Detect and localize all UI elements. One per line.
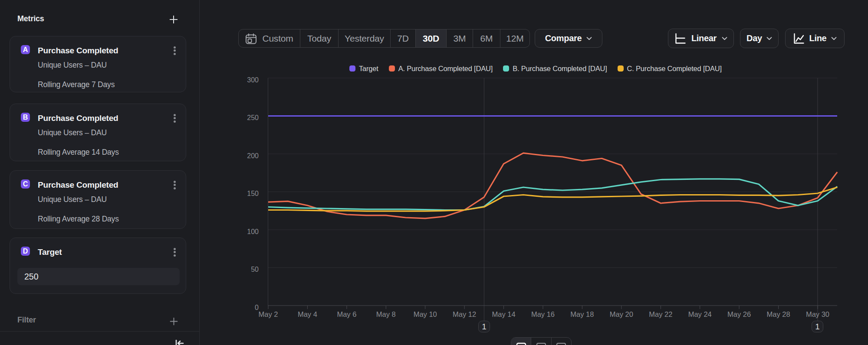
svg-text:250: 250 xyxy=(247,114,259,121)
svg-text:May 30: May 30 xyxy=(806,310,829,318)
svg-text:50: 50 xyxy=(251,266,259,273)
svg-text:May 26: May 26 xyxy=(727,310,751,318)
svg-text:May 28: May 28 xyxy=(767,310,790,318)
svg-text:May 14: May 14 xyxy=(492,310,516,318)
svg-text:May 12: May 12 xyxy=(453,310,476,318)
svg-text:300: 300 xyxy=(247,76,259,84)
svg-text:May 10: May 10 xyxy=(414,310,437,318)
svg-text:May 24: May 24 xyxy=(688,310,712,318)
svg-text:May 18: May 18 xyxy=(570,310,594,318)
svg-text:May 16: May 16 xyxy=(531,310,555,318)
svg-text:May 2: May 2 xyxy=(259,310,278,318)
svg-text:May 20: May 20 xyxy=(610,310,633,318)
svg-text:May 6: May 6 xyxy=(337,310,356,318)
svg-text:May 8: May 8 xyxy=(376,310,396,318)
svg-text:May 22: May 22 xyxy=(649,310,672,318)
svg-text:150: 150 xyxy=(247,190,259,197)
svg-text:100: 100 xyxy=(247,228,259,235)
svg-text:May 4: May 4 xyxy=(298,310,317,318)
svg-text:200: 200 xyxy=(247,152,259,159)
